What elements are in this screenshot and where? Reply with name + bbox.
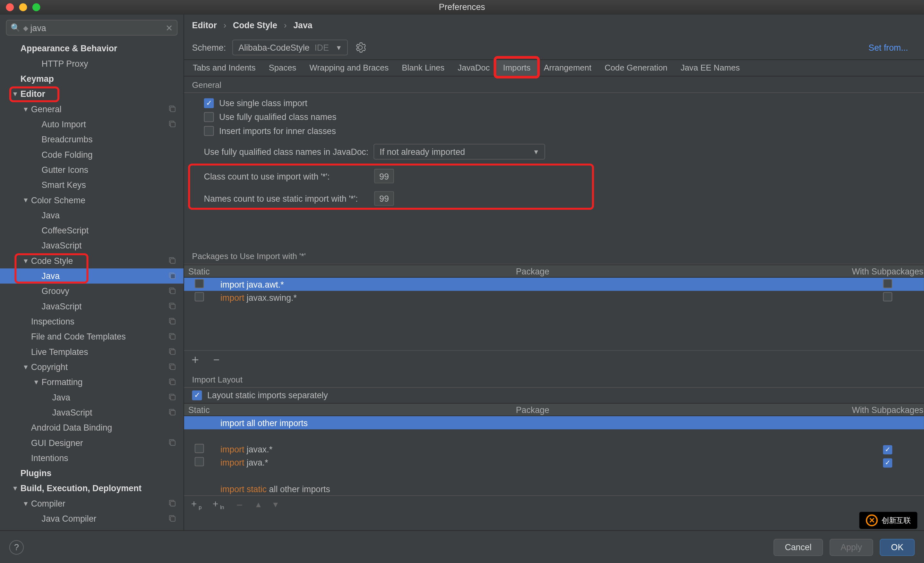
window-controls[interactable]	[6, 3, 40, 11]
gear-icon[interactable]	[354, 42, 366, 54]
sidebar-item-label: JavaScript	[52, 407, 92, 418]
add-icon[interactable]: ＋	[189, 353, 201, 365]
tab-code-generation[interactable]: Code Generation	[598, 60, 674, 76]
sidebar-item-inspections[interactable]: ▼Inspections	[0, 314, 183, 329]
sidebar-item-file-and-code-templates[interactable]: ▼File and Code Templates	[0, 329, 183, 344]
tab-javadoc[interactable]: JavaDoc	[451, 60, 496, 76]
project-scope-icon	[168, 271, 177, 280]
checkbox[interactable]	[194, 292, 204, 301]
checkbox[interactable]	[194, 457, 204, 466]
table-row[interactable]: import java.awt.*	[184, 278, 924, 291]
table-row[interactable]: import javax.swing.*	[184, 291, 924, 304]
tab-tabs-and-indents[interactable]: Tabs and Indents	[186, 60, 262, 76]
sidebar-item-javascript[interactable]: ▼JavaScript	[0, 405, 183, 420]
sidebar-item-java[interactable]: ▼Java	[0, 390, 183, 405]
tab-bar[interactable]: Tabs and IndentsSpacesWrapping and Brace…	[184, 59, 924, 76]
search-input[interactable]: 🔍 ◆ ✕	[6, 20, 178, 36]
combo-fq-javadoc[interactable]: If not already imported ▼	[374, 144, 545, 159]
table-row[interactable]: import java.*	[184, 455, 924, 469]
sidebar-item-editor[interactable]: ▼Editor	[0, 86, 183, 101]
sidebar-item-java[interactable]: ▼Java	[0, 208, 183, 223]
sidebar-item-appearance-behavior[interactable]: ▼Appearance & Behavior	[0, 41, 183, 56]
crumb-java[interactable]: Java	[293, 20, 312, 30]
sidebar-item-gui-designer[interactable]: ▼GUI Designer	[0, 436, 183, 451]
sidebar-item-intentions[interactable]: ▼Intentions	[0, 451, 183, 466]
sidebar-item-coffeescript[interactable]: ▼CoffeeScript	[0, 223, 183, 238]
checkbox[interactable]	[883, 279, 892, 288]
checkbox[interactable]	[883, 458, 892, 467]
table-row[interactable]: import static all other imports	[184, 482, 924, 496]
checkbox[interactable]	[194, 443, 204, 453]
sidebar-item-javascript[interactable]: ▼JavaScript	[0, 299, 183, 314]
sidebar-item-keymap[interactable]: ▼Keymap	[0, 71, 183, 86]
checkbox[interactable]	[883, 292, 892, 301]
chevron-down-icon: ▼	[22, 257, 29, 265]
tab-imports[interactable]: Imports	[496, 60, 537, 76]
minimize-icon[interactable]	[19, 3, 27, 11]
ok-button[interactable]: OK	[880, 539, 915, 556]
chk-layout-static[interactable]	[192, 391, 202, 400]
sidebar-item-breadcrumbs[interactable]: ▼Breadcrumbs	[0, 132, 183, 147]
sidebar-item-android-data-binding[interactable]: ▼Android Data Binding	[0, 420, 183, 435]
sidebar-item-label: Java	[52, 392, 70, 402]
set-from-link[interactable]: Set from...	[868, 43, 908, 52]
remove-icon[interactable]: －	[210, 353, 222, 365]
add-blank-icon[interactable]: ＋ln	[211, 498, 224, 510]
table-row[interactable]: import all other imports	[184, 416, 924, 429]
tab-arrangement[interactable]: Arrangement	[537, 60, 598, 76]
table-row[interactable]	[184, 429, 924, 442]
input-names-count[interactable]	[374, 192, 394, 206]
close-icon[interactable]	[6, 3, 14, 11]
cancel-button[interactable]: Cancel	[774, 539, 823, 556]
remove-icon[interactable]: －	[234, 498, 245, 510]
sidebar-item-java-compiler[interactable]: ▼Java Compiler	[0, 511, 183, 526]
chk-insert-inner[interactable]	[204, 126, 214, 136]
help-icon[interactable]: ?	[9, 540, 24, 554]
sidebar-item-formatting[interactable]: ▼Formatting	[0, 374, 183, 389]
checkbox[interactable]	[883, 445, 892, 454]
add-package-icon[interactable]: ＋p	[189, 498, 201, 510]
table-row[interactable]: import javax.*	[184, 442, 924, 455]
sidebar-item-java[interactable]: ▼Java	[0, 268, 183, 283]
sidebar-item-live-templates[interactable]: ▼Live Templates	[0, 344, 183, 359]
sidebar-item-build-execution-deployment[interactable]: ▼Build, Execution, Deployment	[0, 481, 183, 496]
svg-rect-11	[170, 304, 175, 309]
chk-use-fq[interactable]	[204, 112, 214, 122]
tab-wrapping-and-braces[interactable]: Wrapping and Braces	[303, 60, 395, 76]
sidebar-item-copyright[interactable]: ▼Copyright	[0, 359, 183, 374]
sidebar-item-code-folding[interactable]: ▼Code Folding	[0, 147, 183, 162]
sidebar-item-plugins[interactable]: ▼Plugins	[0, 466, 183, 481]
zoom-icon[interactable]	[32, 3, 40, 11]
svg-rect-29	[170, 502, 175, 506]
crumb-editor[interactable]: Editor	[192, 20, 217, 30]
sidebar-item-javascript[interactable]: ▼JavaScript	[0, 238, 183, 253]
scheme-combo[interactable]: Alibaba-CodeStyle IDE ▼	[232, 39, 348, 55]
up-icon[interactable]: ▲	[254, 500, 262, 508]
sidebar-item-http-proxy[interactable]: ▼HTTP Proxy	[0, 56, 183, 71]
scheme-label: Scheme:	[192, 43, 226, 52]
sidebar-item-groovy[interactable]: ▼Groovy	[0, 284, 183, 299]
project-scope-icon	[168, 104, 177, 114]
checkbox[interactable]	[194, 279, 204, 288]
sidebar-item-color-scheme[interactable]: ▼Color Scheme	[0, 193, 183, 208]
sidebar-item-smart-keys[interactable]: ▼Smart Keys	[0, 177, 183, 192]
input-class-count[interactable]	[374, 169, 394, 183]
sidebar-item-code-style[interactable]: ▼Code Style	[0, 253, 183, 268]
sidebar-item-general[interactable]: ▼General	[0, 102, 183, 117]
apply-button[interactable]: Apply	[830, 539, 873, 556]
tab-spaces[interactable]: Spaces	[262, 60, 303, 76]
tab-java-ee-names[interactable]: Java EE Names	[674, 60, 746, 76]
sidebar-item-gutter-icons[interactable]: ▼Gutter Icons	[0, 162, 183, 177]
tab-blank-lines[interactable]: Blank Lines	[395, 60, 451, 76]
sidebar-item-auto-import[interactable]: ▼Auto Import	[0, 117, 183, 132]
down-icon[interactable]: ▼	[272, 500, 279, 508]
sidebar-item-label: Intentions	[31, 453, 68, 463]
settings-tree[interactable]: ▼Appearance & Behavior▼HTTP Proxy▼Keymap…	[0, 39, 183, 530]
table-row[interactable]	[184, 469, 924, 482]
chk-use-single[interactable]	[204, 98, 214, 108]
crumb-codestyle[interactable]: Code Style	[233, 20, 277, 30]
clear-icon[interactable]: ✕	[165, 23, 173, 33]
content-panel: Editor › Code Style › Java Scheme: Aliba…	[184, 14, 924, 530]
sidebar-item-compiler[interactable]: ▼Compiler	[0, 496, 183, 511]
search-field[interactable]	[30, 23, 166, 33]
